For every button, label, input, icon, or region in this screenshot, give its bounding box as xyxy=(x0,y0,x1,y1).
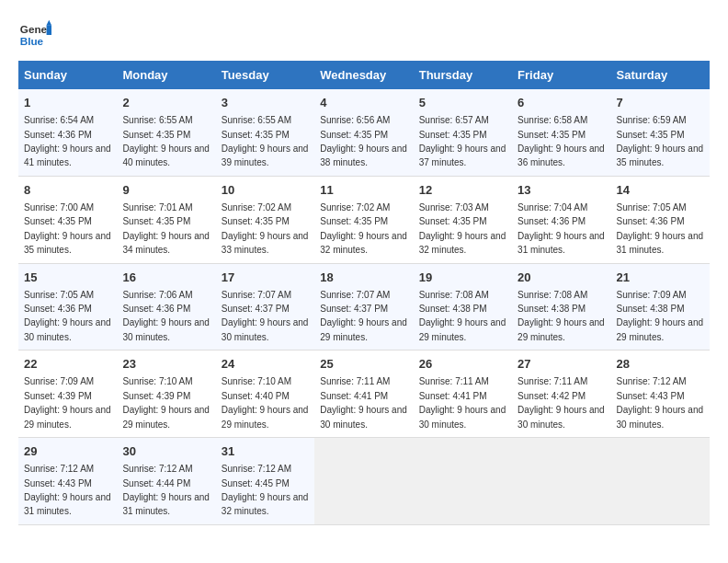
calendar-cell: 12 Sunrise: 7:03 AM Sunset: 4:35 PM Dayl… xyxy=(414,176,512,263)
day-info: Sunrise: 7:10 AM Sunset: 4:39 PM Dayligh… xyxy=(122,376,210,429)
calendar-cell: 14 Sunrise: 7:05 AM Sunset: 4:36 PM Dayl… xyxy=(611,176,710,263)
calendar-cell: 20 Sunrise: 7:08 AM Sunset: 4:38 PM Dayl… xyxy=(512,263,610,350)
svg-text:Blue: Blue xyxy=(20,35,44,47)
calendar-cell: 9 Sunrise: 7:01 AM Sunset: 4:35 PM Dayli… xyxy=(117,176,215,263)
day-info: Sunrise: 7:11 AM Sunset: 4:41 PM Dayligh… xyxy=(320,376,407,429)
day-info: Sunrise: 7:12 AM Sunset: 4:43 PM Dayligh… xyxy=(617,376,704,429)
calendar-cell: 27 Sunrise: 7:11 AM Sunset: 4:42 PM Dayl… xyxy=(512,350,610,438)
day-number: 12 xyxy=(419,182,506,199)
day-info: Sunrise: 7:11 AM Sunset: 4:42 PM Dayligh… xyxy=(518,376,605,429)
day-info: Sunrise: 7:12 AM Sunset: 4:45 PM Dayligh… xyxy=(222,464,309,516)
day-number: 7 xyxy=(617,95,704,111)
day-info: Sunrise: 6:57 AM Sunset: 4:35 PM Dayligh… xyxy=(419,115,506,167)
calendar-cell: 2 Sunrise: 6:55 AM Sunset: 4:35 PM Dayli… xyxy=(117,89,215,176)
day-number: 2 xyxy=(122,95,210,111)
calendar-week-row: 15 Sunrise: 7:05 AM Sunset: 4:36 PM Dayl… xyxy=(18,263,710,350)
day-number: 30 xyxy=(122,443,210,460)
calendar-cell: 13 Sunrise: 7:04 AM Sunset: 4:36 PM Dayl… xyxy=(512,176,610,263)
calendar-cell: 17 Sunrise: 7:07 AM Sunset: 4:37 PM Dayl… xyxy=(216,263,314,350)
calendar-cell: 1 Sunrise: 6:54 AM Sunset: 4:36 PM Dayli… xyxy=(18,89,117,176)
calendar-cell: 31 Sunrise: 7:12 AM Sunset: 4:45 PM Dayl… xyxy=(216,438,314,525)
calendar-cell: 5 Sunrise: 6:57 AM Sunset: 4:35 PM Dayli… xyxy=(414,89,512,176)
weekday-header-saturday: Saturday xyxy=(611,61,710,89)
calendar-cell: 26 Sunrise: 7:11 AM Sunset: 4:41 PM Dayl… xyxy=(414,350,512,438)
day-number: 29 xyxy=(24,443,111,460)
day-info: Sunrise: 7:08 AM Sunset: 4:38 PM Dayligh… xyxy=(419,290,506,342)
day-number: 16 xyxy=(122,270,210,286)
calendar-cell xyxy=(512,438,610,525)
day-info: Sunrise: 7:05 AM Sunset: 4:36 PM Dayligh… xyxy=(24,290,111,342)
calendar-table: SundayMondayTuesdayWednesdayThursdayFrid… xyxy=(18,61,710,525)
calendar-cell: 15 Sunrise: 7:05 AM Sunset: 4:36 PM Dayl… xyxy=(18,263,117,350)
weekday-header-friday: Friday xyxy=(512,61,610,89)
logo-icon: General Blue xyxy=(18,18,51,52)
day-info: Sunrise: 7:11 AM Sunset: 4:41 PM Dayligh… xyxy=(419,376,506,429)
calendar-week-row: 1 Sunrise: 6:54 AM Sunset: 4:36 PM Dayli… xyxy=(18,89,710,176)
day-info: Sunrise: 6:56 AM Sunset: 4:35 PM Dayligh… xyxy=(320,115,407,167)
day-info: Sunrise: 7:07 AM Sunset: 4:37 PM Dayligh… xyxy=(222,290,309,342)
day-info: Sunrise: 7:01 AM Sunset: 4:35 PM Dayligh… xyxy=(122,202,210,255)
weekday-header-monday: Monday xyxy=(117,61,215,89)
day-info: Sunrise: 6:55 AM Sunset: 4:35 PM Dayligh… xyxy=(122,115,210,167)
day-number: 27 xyxy=(518,356,605,373)
day-info: Sunrise: 7:12 AM Sunset: 4:44 PM Dayligh… xyxy=(122,464,210,516)
day-info: Sunrise: 7:06 AM Sunset: 4:36 PM Dayligh… xyxy=(122,290,210,342)
calendar-cell: 30 Sunrise: 7:12 AM Sunset: 4:44 PM Dayl… xyxy=(117,438,215,525)
day-number: 18 xyxy=(320,270,407,286)
day-number: 5 xyxy=(419,95,506,111)
day-info: Sunrise: 7:05 AM Sunset: 4:36 PM Dayligh… xyxy=(617,202,704,255)
day-number: 15 xyxy=(24,270,111,286)
weekday-header-sunday: Sunday xyxy=(18,61,117,89)
calendar-cell: 8 Sunrise: 7:00 AM Sunset: 4:35 PM Dayli… xyxy=(18,176,117,263)
day-info: Sunrise: 7:04 AM Sunset: 4:36 PM Dayligh… xyxy=(518,202,605,255)
weekday-header-tuesday: Tuesday xyxy=(216,61,314,89)
weekday-header-row: SundayMondayTuesdayWednesdayThursdayFrid… xyxy=(18,61,710,89)
day-number: 25 xyxy=(320,356,407,373)
calendar-cell: 28 Sunrise: 7:12 AM Sunset: 4:43 PM Dayl… xyxy=(611,350,710,438)
calendar-cell xyxy=(314,438,413,525)
calendar-cell: 29 Sunrise: 7:12 AM Sunset: 4:43 PM Dayl… xyxy=(18,438,117,525)
day-info: Sunrise: 7:09 AM Sunset: 4:39 PM Dayligh… xyxy=(24,376,111,429)
calendar-cell: 19 Sunrise: 7:08 AM Sunset: 4:38 PM Dayl… xyxy=(414,263,512,350)
svg-marker-3 xyxy=(47,25,51,35)
day-info: Sunrise: 6:59 AM Sunset: 4:35 PM Dayligh… xyxy=(617,115,704,167)
day-info: Sunrise: 6:58 AM Sunset: 4:35 PM Dayligh… xyxy=(518,115,605,167)
day-number: 20 xyxy=(518,270,605,286)
calendar-cell: 18 Sunrise: 7:07 AM Sunset: 4:37 PM Dayl… xyxy=(314,263,413,350)
day-info: Sunrise: 7:09 AM Sunset: 4:38 PM Dayligh… xyxy=(617,290,704,342)
day-number: 24 xyxy=(222,356,309,373)
calendar-cell xyxy=(611,438,710,525)
calendar-cell: 16 Sunrise: 7:06 AM Sunset: 4:36 PM Dayl… xyxy=(117,263,215,350)
day-info: Sunrise: 6:54 AM Sunset: 4:36 PM Dayligh… xyxy=(24,115,111,167)
calendar-cell: 4 Sunrise: 6:56 AM Sunset: 4:35 PM Dayli… xyxy=(314,89,413,176)
calendar-week-row: 29 Sunrise: 7:12 AM Sunset: 4:43 PM Dayl… xyxy=(18,438,710,525)
day-info: Sunrise: 7:02 AM Sunset: 4:35 PM Dayligh… xyxy=(222,202,309,255)
day-number: 3 xyxy=(222,95,309,111)
day-number: 9 xyxy=(122,182,210,199)
calendar-cell: 25 Sunrise: 7:11 AM Sunset: 4:41 PM Dayl… xyxy=(314,350,413,438)
day-number: 31 xyxy=(222,443,309,460)
day-info: Sunrise: 7:12 AM Sunset: 4:43 PM Dayligh… xyxy=(24,464,111,516)
day-info: Sunrise: 7:10 AM Sunset: 4:40 PM Dayligh… xyxy=(222,376,309,429)
day-number: 11 xyxy=(320,182,407,199)
day-info: Sunrise: 7:08 AM Sunset: 4:38 PM Dayligh… xyxy=(518,290,605,342)
day-info: Sunrise: 7:03 AM Sunset: 4:35 PM Dayligh… xyxy=(419,202,506,255)
day-number: 4 xyxy=(320,95,407,111)
calendar-cell xyxy=(414,438,512,525)
day-info: Sunrise: 7:07 AM Sunset: 4:37 PM Dayligh… xyxy=(320,290,407,342)
day-info: Sunrise: 7:00 AM Sunset: 4:35 PM Dayligh… xyxy=(24,202,111,255)
calendar-week-row: 22 Sunrise: 7:09 AM Sunset: 4:39 PM Dayl… xyxy=(18,350,710,438)
calendar-cell: 3 Sunrise: 6:55 AM Sunset: 4:35 PM Dayli… xyxy=(216,89,314,176)
logo: General Blue xyxy=(18,18,51,52)
calendar-cell: 22 Sunrise: 7:09 AM Sunset: 4:39 PM Dayl… xyxy=(18,350,117,438)
day-number: 6 xyxy=(518,95,605,111)
calendar-cell: 23 Sunrise: 7:10 AM Sunset: 4:39 PM Dayl… xyxy=(117,350,215,438)
calendar-cell: 24 Sunrise: 7:10 AM Sunset: 4:40 PM Dayl… xyxy=(216,350,314,438)
weekday-header-thursday: Thursday xyxy=(414,61,512,89)
day-info: Sunrise: 7:02 AM Sunset: 4:35 PM Dayligh… xyxy=(320,202,407,255)
day-number: 19 xyxy=(419,270,506,286)
day-number: 28 xyxy=(617,356,704,373)
day-number: 23 xyxy=(122,356,210,373)
calendar-cell: 10 Sunrise: 7:02 AM Sunset: 4:35 PM Dayl… xyxy=(216,176,314,263)
day-number: 22 xyxy=(24,356,111,373)
